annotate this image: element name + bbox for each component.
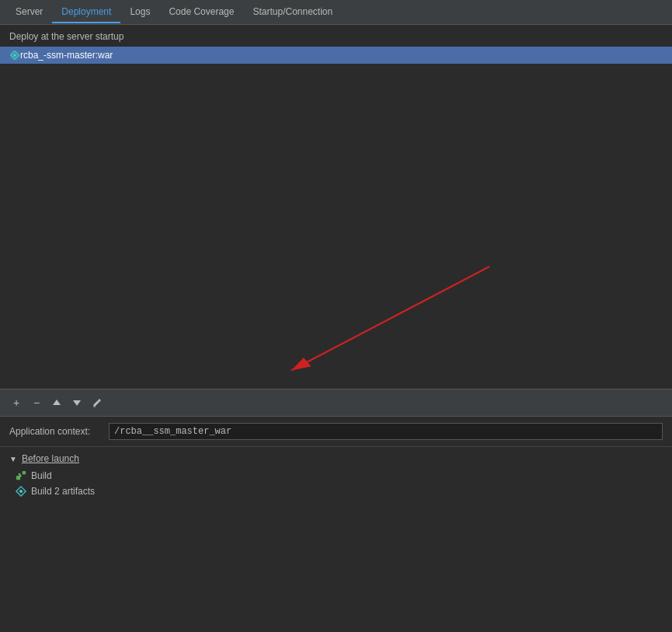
app-context-row: Application context: [0,417,672,447]
artifact-name: rcba_-ssm-master:war [20,50,113,61]
tab-bar: Server Deployment Logs Code Coverage Sta… [0,0,672,25]
build-artifacts-label: Build 2 artifacts [31,486,95,497]
collapse-arrow-icon: ▼ [9,455,17,463]
tab-server[interactable]: Server [6,2,52,23]
before-launch-items: Build Build 2 artifacts [9,469,663,498]
app-context-label: Application context: [9,426,103,437]
down-arrow-icon [72,398,82,407]
move-down-button[interactable] [68,394,85,411]
before-launch-title: Before launch [22,453,79,464]
build-artifacts-launch-item[interactable]: Build 2 artifacts [12,484,663,498]
artifact-item[interactable]: rcba_-ssm-master:war [0,47,672,64]
app-container: Server Deployment Logs Code Coverage Sta… [0,0,672,632]
add-button[interactable]: + [8,394,25,411]
edit-pencil-icon [92,397,103,408]
svg-marker-12 [19,489,23,493]
war-artifact-icon [9,50,20,61]
build-launch-item[interactable]: Build [12,469,663,483]
tab-startup-connection[interactable]: Startup/Connection [243,2,342,23]
toolbar: + − [0,389,672,417]
main-content: Deploy at the server startup rcba_-ssm-m… [0,25,672,632]
tab-logs[interactable]: Logs [120,2,159,23]
artifact-list-area: rcba_-ssm-master:war [0,47,672,389]
app-context-input[interactable] [109,423,663,440]
deploy-section-wrapper: Deploy at the server startup rcba_-ssm-m… [0,25,672,632]
build-label: Build [31,470,52,481]
svg-marker-5 [53,400,61,405]
tab-deployment[interactable]: Deployment [52,2,120,23]
svg-marker-6 [73,400,81,406]
before-launch-header[interactable]: ▼ Before launch [9,453,663,464]
remove-button[interactable]: − [28,394,45,411]
svg-rect-10 [23,471,26,474]
build-artifacts-icon [16,486,26,497]
svg-line-4 [291,267,489,371]
up-arrow-icon [52,398,61,407]
annotation-arrow [0,47,672,389]
edit-button[interactable] [89,394,106,411]
bottom-area [0,501,672,632]
before-launch-section: ▼ Before launch Build [0,447,672,501]
deploy-section-label: Deploy at the server startup [0,25,672,47]
tab-code-coverage[interactable]: Code Coverage [159,2,243,23]
move-up-button[interactable] [48,394,65,411]
build-hammer-icon [16,470,26,481]
